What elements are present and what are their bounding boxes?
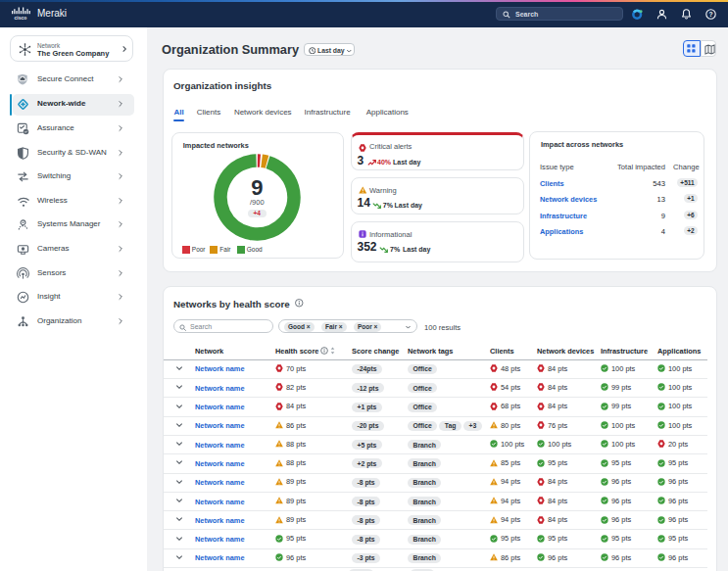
svg-text:cisco: cisco <box>15 15 27 20</box>
svg-text:?: ? <box>708 11 712 18</box>
